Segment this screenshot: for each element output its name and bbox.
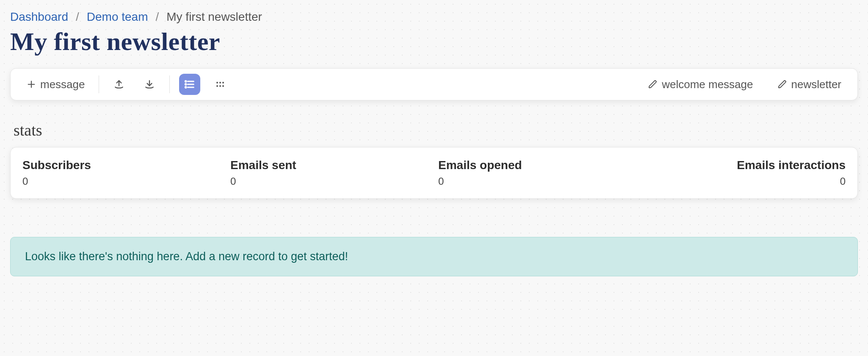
stat-emails-interactions: Emails interactions 0 <box>646 159 846 187</box>
stat-value: 0 <box>646 175 846 187</box>
edit-welcome-message-button[interactable]: welcome message <box>644 75 757 94</box>
stat-label: Subscribers <box>22 159 222 172</box>
svg-point-6 <box>185 84 186 85</box>
stat-label: Emails sent <box>230 159 430 172</box>
empty-state-banner: Looks like there's nothing here. Add a n… <box>10 237 858 276</box>
pencil-icon <box>648 80 658 89</box>
pencil-icon <box>778 80 787 89</box>
plus-icon <box>27 80 36 89</box>
upload-button[interactable] <box>108 74 130 95</box>
stat-value: 0 <box>438 175 638 187</box>
breadcrumb-dashboard[interactable]: Dashboard <box>10 10 68 24</box>
stat-value: 0 <box>22 175 222 187</box>
svg-point-8 <box>216 82 218 83</box>
breadcrumb-separator: / <box>155 10 159 24</box>
grid-icon <box>215 79 225 89</box>
stat-label: Emails interactions <box>646 159 846 172</box>
toolbar-divider <box>169 75 170 93</box>
stat-label: Emails opened <box>438 159 638 172</box>
svg-point-12 <box>219 85 221 87</box>
svg-point-5 <box>185 81 186 82</box>
svg-point-13 <box>222 85 224 87</box>
page-title: My first newsletter <box>10 27 858 56</box>
add-message-button[interactable]: message <box>22 75 89 94</box>
stats-card: Subscribers 0 Emails sent 0 Emails opene… <box>10 147 858 199</box>
download-icon <box>144 79 155 90</box>
stat-emails-opened: Emails opened 0 <box>438 159 638 187</box>
svg-point-9 <box>219 82 221 83</box>
edit-newsletter-label: newsletter <box>791 78 842 91</box>
toolbar-divider <box>99 75 99 93</box>
breadcrumb-separator: / <box>76 10 79 24</box>
stat-emails-sent: Emails sent 0 <box>230 159 430 187</box>
toolbar: message <box>10 68 858 100</box>
add-message-label: message <box>40 78 85 91</box>
empty-state-text: Looks like there's nothing here. Add a n… <box>25 250 348 263</box>
grid-view-button[interactable] <box>210 74 231 95</box>
list-view-button[interactable] <box>179 74 200 95</box>
svg-point-11 <box>216 85 218 87</box>
edit-newsletter-button[interactable]: newsletter <box>774 75 846 94</box>
stat-value: 0 <box>230 175 430 187</box>
edit-welcome-message-label: welcome message <box>662 78 753 91</box>
stat-subscribers: Subscribers 0 <box>22 159 222 187</box>
breadcrumb-team[interactable]: Demo team <box>87 10 148 24</box>
breadcrumb: Dashboard / Demo team / My first newslet… <box>10 10 858 24</box>
stats-heading: stats <box>14 121 858 139</box>
list-icon <box>184 78 196 90</box>
download-button[interactable] <box>139 74 160 95</box>
svg-point-10 <box>222 82 224 83</box>
svg-point-7 <box>185 87 186 88</box>
upload-icon <box>113 79 124 90</box>
breadcrumb-current: My first newsletter <box>166 10 262 24</box>
